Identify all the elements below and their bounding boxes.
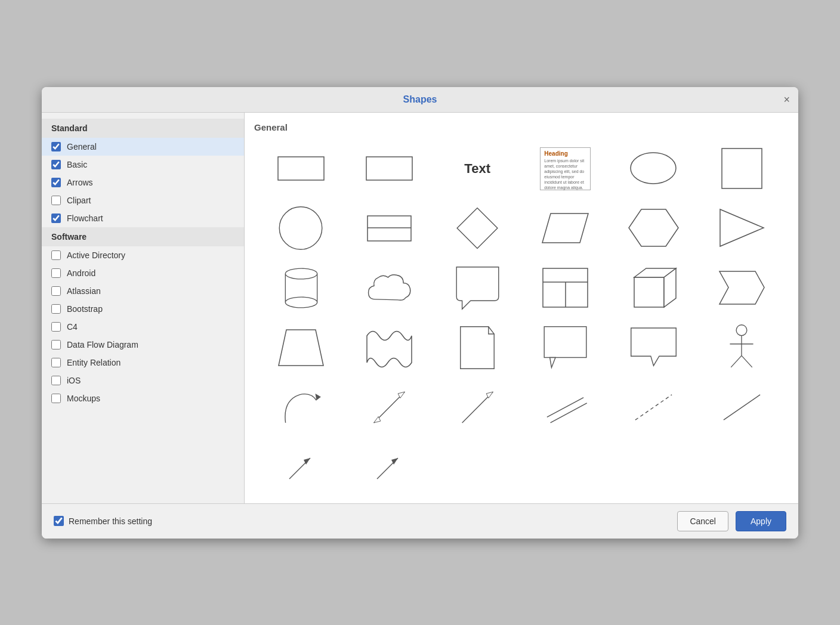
- sidebar-item-android[interactable]: Android: [42, 264, 244, 282]
- svg-rect-1: [366, 157, 412, 180]
- shape-cloud[interactable]: [348, 261, 431, 315]
- sidebar-label-data-flow: Data Flow Diagram: [67, 340, 138, 349]
- shapes-grid: Text Heading Lorem ipsum dolor sit amet,…: [254, 142, 789, 494]
- sidebar-item-c4[interactable]: C4: [42, 318, 244, 336]
- sidebar-label-clipart: Clipart: [67, 196, 91, 205]
- shapes-dialog: Shapes × Standard General Basic Arrows C…: [42, 87, 798, 539]
- checkbox-data-flow[interactable]: [51, 340, 61, 349]
- shape-3d-box[interactable]: [613, 261, 695, 315]
- sidebar-label-bootstrap: Bootstrap: [67, 304, 103, 314]
- checkbox-entity-relation[interactable]: [51, 358, 61, 367]
- sidebar-item-basic[interactable]: Basic: [42, 156, 244, 174]
- sidebar-label-basic: Basic: [67, 160, 87, 169]
- shape-small-arrow-2[interactable]: [348, 440, 431, 494]
- shape-callout[interactable]: [524, 321, 607, 375]
- checkbox-arrows[interactable]: [51, 178, 61, 187]
- svg-line-38: [635, 394, 672, 419]
- apply-button[interactable]: Apply: [736, 511, 786, 531]
- shape-hexagon[interactable]: [613, 202, 695, 255]
- shape-ellipse[interactable]: [613, 142, 695, 196]
- shape-heading[interactable]: Heading Lorem ipsum dolor sit amet, cons…: [524, 142, 607, 196]
- shape-table[interactable]: [524, 261, 607, 315]
- checkbox-flowchart[interactable]: [51, 214, 61, 223]
- sidebar-item-clipart[interactable]: Clipart: [42, 191, 244, 209]
- svg-rect-3: [722, 148, 762, 188]
- shape-square[interactable]: [700, 142, 783, 196]
- shape-cylinder[interactable]: [260, 261, 342, 315]
- checkbox-clipart[interactable]: [51, 196, 61, 205]
- svg-marker-10: [720, 209, 764, 246]
- sidebar-label-flowchart: Flowchart: [67, 214, 103, 223]
- shape-rectangle-wide[interactable]: [348, 142, 431, 196]
- sidebar-item-entity-relation[interactable]: Entity Relation: [42, 354, 244, 372]
- shape-dashed-line[interactable]: [613, 380, 695, 434]
- text-shape-label: Text: [464, 161, 490, 177]
- sidebar: Standard General Basic Arrows Clipart Fl…: [42, 113, 245, 503]
- cancel-button[interactable]: Cancel: [677, 511, 728, 531]
- sidebar-item-data-flow[interactable]: Data Flow Diagram: [42, 336, 244, 354]
- sidebar-item-bootstrap[interactable]: Bootstrap: [42, 300, 244, 318]
- sidebar-label-android: Android: [67, 268, 95, 278]
- sidebar-item-flowchart[interactable]: Flowchart: [42, 209, 244, 227]
- svg-point-14: [285, 297, 317, 308]
- dialog-header: Shapes ×: [42, 87, 798, 113]
- shape-simple-line[interactable]: [700, 380, 783, 434]
- shape-double-arrow-diagonal[interactable]: [348, 380, 431, 434]
- svg-marker-22: [279, 330, 323, 366]
- sidebar-label-entity-relation: Entity Relation: [67, 358, 121, 367]
- sidebar-label-mockups: Mockups: [67, 394, 100, 403]
- shapes-content-area: General Text: [245, 113, 798, 503]
- svg-marker-24: [550, 357, 555, 367]
- shape-rect-handles[interactable]: [348, 202, 431, 255]
- shape-stick-figure[interactable]: [700, 321, 783, 375]
- sidebar-item-ios[interactable]: iOS: [42, 372, 244, 389]
- shape-trapezoid[interactable]: [260, 321, 342, 375]
- svg-line-29: [742, 355, 752, 367]
- checkbox-general[interactable]: [51, 142, 61, 151]
- shape-single-arrow-diagonal[interactable]: [436, 380, 518, 434]
- checkbox-c4[interactable]: [51, 322, 61, 332]
- shape-curved-arrow[interactable]: [260, 380, 342, 434]
- svg-rect-5: [368, 216, 411, 241]
- shape-text[interactable]: Text: [436, 142, 518, 196]
- standard-section-header: Standard: [42, 119, 244, 138]
- checkbox-mockups[interactable]: [51, 394, 61, 403]
- sidebar-item-general[interactable]: General: [42, 138, 244, 156]
- shape-small-arrow-1[interactable]: [260, 440, 342, 494]
- remember-setting-checkbox[interactable]: [54, 516, 64, 526]
- shape-circle[interactable]: [260, 202, 342, 255]
- checkbox-bootstrap[interactable]: [51, 304, 61, 314]
- shape-document[interactable]: [436, 321, 518, 375]
- sidebar-item-mockups[interactable]: Mockups: [42, 389, 244, 407]
- checkbox-android[interactable]: [51, 268, 61, 278]
- checkbox-basic[interactable]: [51, 160, 61, 169]
- remember-setting-label[interactable]: Remember this setting: [54, 516, 152, 526]
- shape-triangle-right[interactable]: [700, 202, 783, 255]
- shape-diamond[interactable]: [436, 202, 518, 255]
- svg-point-11: [285, 268, 317, 279]
- checkbox-atlassian[interactable]: [51, 286, 61, 296]
- svg-line-37: [551, 403, 587, 422]
- sidebar-label-ios: iOS: [67, 376, 81, 385]
- shape-comment[interactable]: [613, 321, 695, 375]
- svg-marker-7: [457, 208, 498, 248]
- sidebar-label-c4: C4: [67, 322, 78, 332]
- remember-setting-text: Remember this setting: [69, 516, 152, 526]
- svg-rect-23: [545, 326, 587, 357]
- checkbox-ios[interactable]: [51, 376, 61, 385]
- sidebar-item-arrows[interactable]: Arrows: [42, 174, 244, 191]
- shape-wavy[interactable]: [348, 321, 431, 375]
- svg-marker-21: [719, 271, 764, 304]
- sidebar-item-active-directory[interactable]: Active Directory: [42, 246, 244, 264]
- dialog-title: Shapes: [403, 94, 437, 105]
- close-button[interactable]: ×: [783, 94, 790, 105]
- shape-chevron-right[interactable]: [700, 261, 783, 315]
- heading-shape-content: Heading Lorem ipsum dolor sit amet, cons…: [540, 147, 591, 190]
- shape-speech-bubble[interactable]: [436, 261, 518, 315]
- shape-parallelogram[interactable]: [524, 202, 607, 255]
- sidebar-item-atlassian[interactable]: Atlassian: [42, 282, 244, 300]
- shape-rectangle-thin[interactable]: [260, 142, 342, 196]
- checkbox-active-directory[interactable]: [51, 250, 61, 260]
- shape-double-line[interactable]: [524, 380, 607, 434]
- dialog-body: Standard General Basic Arrows Clipart Fl…: [42, 113, 798, 503]
